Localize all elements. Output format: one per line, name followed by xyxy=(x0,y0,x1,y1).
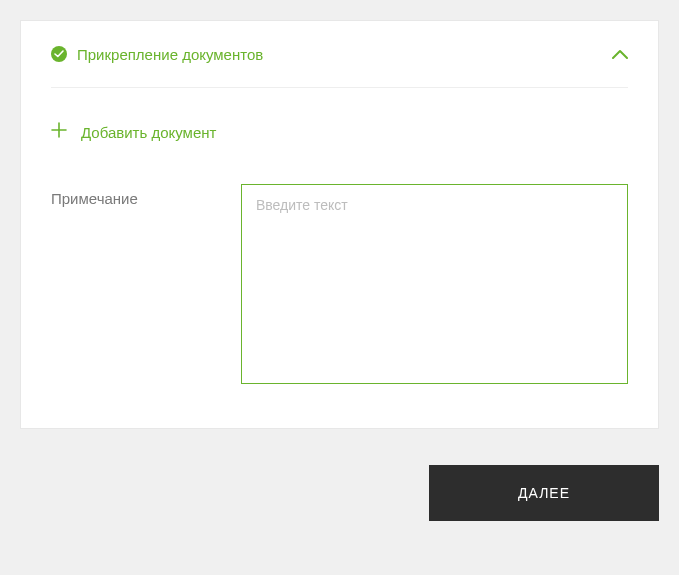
plus-icon xyxy=(51,122,67,142)
attach-documents-panel: Прикрепление документов Добавить докумен… xyxy=(20,20,659,429)
next-button[interactable]: ДАЛЕЕ xyxy=(429,465,659,521)
add-document-label: Добавить документ xyxy=(81,124,216,141)
note-label: Примечание xyxy=(51,184,231,207)
panel-header-left: Прикрепление документов xyxy=(51,46,263,63)
panel-title: Прикрепление документов xyxy=(77,46,263,63)
add-document-button[interactable]: Добавить документ xyxy=(21,88,658,164)
footer: ДАЛЕЕ xyxy=(20,465,659,521)
note-textarea[interactable] xyxy=(241,184,628,384)
note-row: Примечание xyxy=(21,164,658,428)
panel-header[interactable]: Прикрепление документов xyxy=(21,21,658,87)
check-circle-icon xyxy=(51,46,67,62)
chevron-up-icon[interactable] xyxy=(612,45,628,63)
